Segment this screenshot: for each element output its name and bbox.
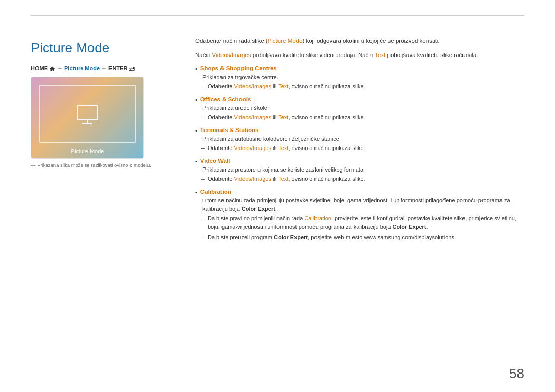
videowall-videos-link: Videos/Images — [234, 176, 271, 182]
bullet-item-offices: • Offices & Schools — [195, 96, 524, 103]
image-label: Picture Mode — [31, 148, 143, 154]
videowall-desc: Prikladan za prostore u kojima se korist… — [202, 165, 524, 174]
section-videowall: • Video Wall Prikladan za prostore u koj… — [195, 158, 524, 183]
home-icon — [49, 66, 55, 72]
videowall-text-link: Text — [278, 176, 288, 182]
left-column: Picture Mode HOME → Picture Mode → ENTER — [31, 36, 175, 247]
bullet-item-videowall: • Video Wall — [195, 158, 524, 164]
calibration-title: Calibration — [200, 189, 231, 195]
color-expert-bold-1: Color Expert — [242, 206, 275, 212]
color-expert-bold-3: Color Expert — [274, 234, 308, 240]
offices-desc: Prikladan za urede i škole. — [202, 104, 524, 113]
nav-arrow-1: → — [57, 65, 63, 71]
image-note: ― Prikazana slika može se razlikovati ov… — [31, 162, 175, 168]
calibration-link: Calibration — [304, 215, 331, 221]
shops-title: Shops & Shopping Centres — [200, 65, 277, 71]
videos-images-highlight: Videos/Images — [212, 52, 251, 58]
shops-videos-link: Videos/Images — [234, 83, 271, 89]
color-expert-bold-2: Color Expert — [393, 223, 427, 230]
section-offices: • Offices & Schools Prikladan za urede i… — [195, 96, 524, 122]
bullet-item-calibration: • Calibration — [195, 189, 524, 195]
intro-suffix: poboljšava kvalitetu slike računala. — [385, 52, 478, 58]
offices-sub: Odaberite Videos/Images ili Text, ovisno… — [208, 113, 524, 122]
terminals-videos-link: Videos/Images — [234, 145, 271, 151]
enter-label: ENTER — [108, 65, 127, 71]
navigation-path: HOME → Picture Mode → ENTER — [31, 65, 175, 71]
videowall-sub: Odaberite Videos/Images ili Text, ovisno… — [208, 175, 524, 183]
home-label: HOME — [31, 65, 48, 71]
intro-prefix: Način — [195, 52, 212, 58]
right-column: Odaberite način rada slike (Picture Mode… — [195, 36, 524, 247]
offices-text-link: Text — [278, 114, 288, 120]
page-title: Picture Mode — [31, 40, 175, 56]
intro-line1: Odaberite način rada slike (Picture Mode… — [195, 36, 524, 45]
section-calibration: • Calibration u tom se načinu rada primj… — [195, 189, 524, 242]
top-divider — [31, 15, 524, 16]
terminals-text-link: Text — [278, 145, 288, 151]
offices-title: Offices & Schools — [200, 96, 251, 102]
intro-text-2: ) koji odgovara okolini u kojoj će se pr… — [302, 38, 439, 44]
intro-line2: Način Videos/Images poboljšava kvalitetu… — [195, 50, 524, 60]
section-shops: • Shops & Shopping Centres Prikladan za … — [195, 65, 524, 91]
terminals-title: Terminals & Stations — [200, 127, 259, 133]
shops-desc: Prikladan za trgovačke centre. — [202, 73, 524, 82]
shops-text-link: Text — [278, 83, 288, 89]
picture-mode-image: Picture Mode — [31, 77, 144, 159]
bullet-dot-videowall: • — [195, 158, 197, 164]
picture-mode-highlight: Picture Mode — [268, 38, 303, 44]
bullet-item-terminals: • Terminals & Stations — [195, 127, 524, 134]
offices-videos-link: Videos/Images — [234, 114, 271, 120]
calibration-sub2: Da biste preuzeli program Color Expert, … — [208, 233, 524, 242]
monitor-icon — [75, 104, 100, 127]
image-divider — [31, 159, 144, 159]
terminals-sub: Odaberite Videos/Images ili Text, ovisno… — [208, 144, 524, 153]
shops-sub: Odaberite Videos/Images ili Text, ovisno… — [208, 82, 524, 91]
intro-mid: poboljšava kvalitetu slike video uređaja… — [251, 52, 375, 58]
text-highlight: Text — [375, 52, 385, 58]
bullet-dot-calibration: • — [195, 189, 197, 195]
bullet-dot-terminals: • — [195, 127, 197, 134]
nav-arrow-2: → — [101, 65, 107, 71]
section-terminals: • Terminals & Stations Prikladan za auto… — [195, 127, 524, 153]
intro-text-1: Odaberite način rada slike ( — [195, 38, 268, 44]
videowall-title: Video Wall — [200, 158, 230, 164]
terminals-desc: Prikladan za autobusne kolodvore i želje… — [202, 135, 524, 143]
calibration-sub1: Da biste pravilno primijenili način rada… — [208, 214, 524, 231]
bullet-dot-shops: • — [195, 66, 197, 72]
svg-rect-0 — [77, 105, 98, 120]
enter-icon — [129, 66, 135, 71]
bullet-dot-offices: • — [195, 97, 197, 103]
calibration-desc: u tom se načinu rada primjenjuju postavk… — [202, 196, 524, 213]
bullet-item-shops: • Shops & Shopping Centres — [195, 65, 524, 72]
page-number: 58 — [509, 366, 524, 382]
picture-mode-link: Picture Mode — [64, 65, 100, 71]
